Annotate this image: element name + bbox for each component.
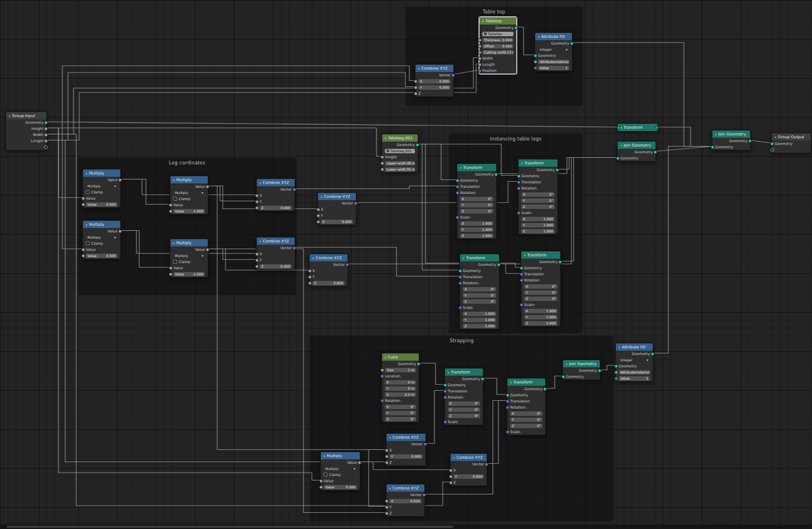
output-socket-geometry[interactable] xyxy=(44,120,48,124)
output-socket-geometry[interactable] xyxy=(514,26,518,30)
node-header[interactable]: ▾Transform xyxy=(457,164,496,171)
node-tl[interactable]: ▾Tableleg.001GeometryTableleg.001HeightU… xyxy=(381,134,418,173)
output-socket-geometry[interactable] xyxy=(748,139,752,143)
input-socket-scale[interactable] xyxy=(520,303,524,307)
output-socket-geometry[interactable] xyxy=(417,362,420,366)
node-header[interactable]: ▾Join Geometry xyxy=(712,130,750,138)
node-header[interactable]: ▾Tabletop xyxy=(480,17,516,25)
input-socket-virtual[interactable] xyxy=(770,148,774,152)
scrollbar-thumb[interactable] xyxy=(7,526,453,528)
value-field-y[interactable]: Y0.000 xyxy=(389,454,423,459)
input-socket-value[interactable] xyxy=(81,254,85,258)
input-socket-x[interactable] xyxy=(255,193,259,197)
input-socket-y[interactable] xyxy=(316,213,320,217)
clamp-checkbox[interactable] xyxy=(86,241,90,245)
input-socket-geometry[interactable] xyxy=(520,266,524,270)
value-field-y[interactable]: Y1.000 xyxy=(460,227,493,232)
collapse-triangle-icon[interactable]: ▾ xyxy=(173,178,175,182)
collapse-triangle-icon[interactable]: ▾ xyxy=(321,195,322,198)
node-header[interactable]: ▾Transform xyxy=(521,251,560,259)
input-socket-x[interactable] xyxy=(308,269,312,273)
input-socket-cutting radi[interactable] xyxy=(478,50,482,54)
output-socket-geometry[interactable] xyxy=(653,150,657,154)
node-header[interactable]: ▾Attribute Fill xyxy=(535,33,572,40)
value-field-x[interactable]: X1.000 xyxy=(460,221,493,226)
object-selector-field[interactable]: Tableleg.001 xyxy=(385,149,415,153)
node-header[interactable]: ▾Transform xyxy=(618,124,658,131)
output-socket-value[interactable] xyxy=(118,229,122,233)
output-socket-geometry[interactable] xyxy=(555,168,559,172)
value-field-y[interactable]: Y0° xyxy=(460,203,493,207)
input-socket-location[interactable] xyxy=(380,374,384,378)
input-socket-translation[interactable] xyxy=(443,389,447,393)
node-header[interactable]: ▾Transform xyxy=(518,159,557,167)
collapse-triangle-icon[interactable]: ▾ xyxy=(620,126,622,129)
value-field-size[interactable]: Size1 m xyxy=(385,368,416,372)
node-m3[interactable]: ▾MultiplyValueMultiply▾ClampValueValue0.… xyxy=(82,220,121,259)
operation-dropdown[interactable]: Multiply▾ xyxy=(324,467,357,471)
input-socket-geometry[interactable] xyxy=(616,156,620,160)
node-m4[interactable]: ▾MultiplyValueMultiply▾ClampValueValue-1… xyxy=(170,239,208,278)
collapse-triangle-icon[interactable]: ▾ xyxy=(463,256,464,260)
node-header[interactable]: ▾Combine XYZ xyxy=(387,484,424,492)
value-field-thickness[interactable]: Thickness0.040 xyxy=(482,38,513,42)
node-ca[interactable]: ▾Combine XYZVectorXYZ0.000 xyxy=(256,178,295,211)
output-socket-geometry[interactable] xyxy=(570,41,574,45)
input-socket-z[interactable] xyxy=(255,264,259,268)
collapse-triangle-icon[interactable]: ▾ xyxy=(260,181,261,185)
node-af1[interactable]: ▾Attribute FillGeometryInteger▾GeometryA… xyxy=(615,343,653,382)
input-socket-x[interactable] xyxy=(449,468,453,472)
input-socket-translation[interactable] xyxy=(506,399,510,403)
value-field-y[interactable]: Y0° xyxy=(463,293,496,298)
value-field-offset[interactable]: Offset0.400 xyxy=(482,44,513,48)
node-te[interactable]: ▾TransformGeometryGeometryTranslationRot… xyxy=(444,368,483,425)
input-socket-rotation[interactable] xyxy=(380,399,384,402)
output-socket-value[interactable] xyxy=(206,247,209,251)
output-socket-geometry[interactable] xyxy=(650,352,654,356)
node-header[interactable]: ▾Combine XYZ xyxy=(257,237,295,245)
node-header[interactable]: ▾Combine XYZ xyxy=(451,454,487,461)
collapse-triangle-icon[interactable]: ▾ xyxy=(482,20,484,23)
value-field-z[interactable]: Z1.000 xyxy=(521,229,555,234)
value-field-z[interactable]: Z1.000 xyxy=(524,321,557,326)
input-socket-offset[interactable] xyxy=(478,44,482,48)
value-field-x[interactable]: X0° xyxy=(460,197,493,201)
node-header[interactable]: ▾Transform xyxy=(445,368,483,376)
value-field-z[interactable]: Z0° xyxy=(463,299,496,304)
value-field-y[interactable]: Y0° xyxy=(510,418,542,422)
input-socket-lower wid[interactable] xyxy=(380,167,384,171)
node-header[interactable]: ▾Multiply xyxy=(83,221,120,228)
input-socket-thickness[interactable] xyxy=(478,38,482,42)
output-socket-vector[interactable] xyxy=(292,246,296,250)
value-field-value[interactable]: Value1 xyxy=(619,376,650,381)
collapse-triangle-icon[interactable]: ▾ xyxy=(385,356,387,359)
collapse-triangle-icon[interactable]: ▾ xyxy=(619,346,620,349)
input-socket-geometry[interactable] xyxy=(711,145,715,149)
input-socket-value[interactable] xyxy=(534,66,537,70)
value-field-z[interactable]: Z0° xyxy=(448,414,480,418)
node-header[interactable]: ▾Transform xyxy=(460,254,499,261)
node-tb[interactable]: ▾TransformGeometryGeometryTranslationRot… xyxy=(518,159,558,235)
node-header[interactable]: ▾Combine XYZ xyxy=(387,434,425,441)
value-field-z[interactable]: Z-0.000 xyxy=(260,264,292,269)
output-socket-geometry[interactable] xyxy=(494,172,498,176)
input-socket-attribute[interactable] xyxy=(534,60,537,64)
input-socket-z[interactable] xyxy=(316,220,320,224)
value-field-lower wid[interactable]: Lower wid0.05 m xyxy=(385,167,415,172)
input-socket-value[interactable] xyxy=(169,272,173,276)
input-socket-value[interactable] xyxy=(169,203,173,207)
collapse-triangle-icon[interactable]: ▾ xyxy=(385,137,387,140)
value-field-upper wid[interactable]: Upper wid0.08 m xyxy=(385,161,415,166)
node-header[interactable]: ▾Combine XYZ xyxy=(415,65,453,72)
input-socket-rotation[interactable] xyxy=(456,191,459,195)
node-m1[interactable]: ▾MultiplyValueMultiply▾ClampValueValue0.… xyxy=(82,169,121,208)
node-cc[interactable]: ▾Combine XYZVectorXYZ-0.000 xyxy=(256,237,295,270)
input-socket-value[interactable] xyxy=(169,266,173,270)
node-header[interactable]: ▾Attribute Fill xyxy=(616,343,653,351)
input-socket-value[interactable] xyxy=(614,376,618,380)
collapse-triangle-icon[interactable]: ▾ xyxy=(510,381,512,384)
input-socket-length[interactable] xyxy=(478,62,482,66)
collapse-triangle-icon[interactable]: ▾ xyxy=(460,166,462,169)
value-field-y[interactable]: Y0.000 xyxy=(453,474,484,479)
input-socket-translation[interactable] xyxy=(456,185,459,188)
